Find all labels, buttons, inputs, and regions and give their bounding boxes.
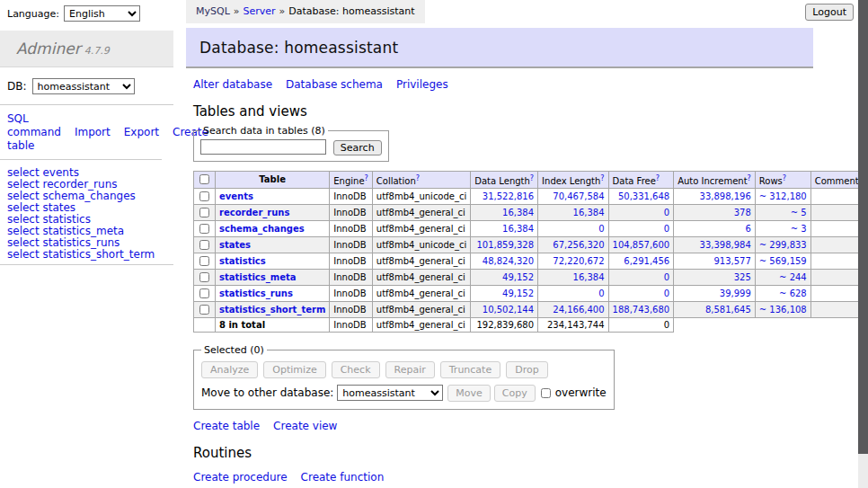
- auto-increment-link[interactable]: 8,581,645: [705, 305, 751, 315]
- index-length-link[interactable]: 67,256,320: [553, 240, 604, 250]
- index-length-link[interactable]: 16,384: [573, 272, 605, 282]
- table-link-events[interactable]: events: [219, 191, 253, 201]
- breadcrumb-server[interactable]: Server: [244, 5, 276, 17]
- link-alter-database[interactable]: Alter database: [193, 78, 272, 91]
- rows-link[interactable]: ~ 312,180: [759, 191, 807, 201]
- rows-link[interactable]: ~ 628: [779, 288, 807, 298]
- auto-increment-link[interactable]: 6: [745, 224, 750, 234]
- data-length-link[interactable]: 48,824,320: [483, 256, 534, 266]
- data-free-link[interactable]: 6,291,456: [624, 256, 669, 266]
- rows-link[interactable]: ~ 3: [791, 224, 807, 234]
- db-action-links: Alter databaseDatabase schemaPrivileges: [193, 78, 813, 91]
- table-link-statistics-meta[interactable]: statistics_meta: [219, 272, 296, 282]
- link-privileges[interactable]: Privileges: [396, 78, 448, 91]
- row-checkbox-events[interactable]: [199, 191, 209, 201]
- link-export[interactable]: Export: [124, 126, 159, 138]
- link-create-procedure[interactable]: Create procedure: [193, 471, 288, 484]
- rows-link[interactable]: ~ 299,833: [759, 240, 807, 250]
- data-free-link[interactable]: 104,857,600: [613, 240, 670, 250]
- data-free-link[interactable]: 0: [664, 224, 669, 234]
- help-link-collation[interactable]: ?: [416, 174, 420, 182]
- move-db-select[interactable]: homeassistant: [337, 385, 443, 401]
- data-length-link[interactable]: 49,152: [502, 288, 534, 298]
- data-length-link[interactable]: 16,384: [502, 208, 534, 217]
- select-all-checkbox[interactable]: [199, 174, 209, 184]
- breadcrumb-mysql[interactable]: MySQL: [196, 5, 230, 17]
- auto-increment-link[interactable]: 33,898,196: [700, 191, 751, 201]
- data-length-link[interactable]: 101,859,328: [476, 240, 534, 250]
- table-link-states[interactable]: states: [219, 240, 251, 250]
- table-link-statistics-runs[interactable]: statistics_runs: [219, 288, 293, 298]
- data-length-link[interactable]: 16,384: [502, 224, 534, 234]
- language-select[interactable]: English: [64, 5, 140, 22]
- table-row-statistics: statisticsInnoDButf8mb4_general_ci48,824…: [194, 253, 867, 269]
- scrollbar-thumb[interactable]: [858, 0, 868, 454]
- index-length-link[interactable]: 0: [598, 288, 604, 298]
- index-length-link[interactable]: 0: [598, 224, 604, 234]
- analyze-button[interactable]: Analyze: [201, 361, 258, 378]
- row-checkbox-statistics[interactable]: [199, 256, 209, 266]
- link-database-schema[interactable]: Database schema: [286, 78, 383, 91]
- help-link-data-length[interactable]: ?: [530, 174, 534, 182]
- index-length-link[interactable]: 70,467,584: [553, 191, 604, 201]
- language-form: Language:English: [0, 0, 173, 26]
- data-length-link[interactable]: 49,152: [502, 272, 534, 282]
- copy-button[interactable]: Copy: [494, 385, 536, 402]
- data-length-link[interactable]: 10,502,144: [483, 305, 534, 315]
- index-length-link[interactable]: 16,384: [573, 208, 605, 217]
- rows-link[interactable]: ~ 5: [791, 208, 807, 217]
- index-length-link[interactable]: 72,220,672: [553, 256, 604, 266]
- table-link-statistics-short-term[interactable]: statistics_short_term: [219, 305, 325, 315]
- db-select[interactable]: homeassistant: [32, 78, 135, 94]
- row-checkbox-recorder-runs[interactable]: [199, 208, 209, 217]
- data-free-link[interactable]: 188,743,680: [613, 305, 670, 315]
- data-free-link[interactable]: 0: [664, 288, 669, 298]
- row-checkbox-schema-changes[interactable]: [199, 224, 209, 234]
- row-checkbox-statistics-runs[interactable]: [199, 288, 209, 298]
- engine-cell: InnoDB: [330, 188, 373, 204]
- search-input[interactable]: [200, 139, 326, 155]
- rows-link[interactable]: ~ 569,159: [759, 256, 807, 266]
- help-link-data-free[interactable]: ?: [656, 174, 660, 182]
- search-button[interactable]: Search: [333, 140, 382, 155]
- app-title: Adminer4.7.9: [0, 31, 173, 67]
- row-checkbox-statistics-short-term[interactable]: [199, 305, 209, 315]
- index-length-cell: 67,256,320: [538, 236, 608, 253]
- auto-increment-link[interactable]: 378: [734, 208, 751, 217]
- data-free-link[interactable]: 0: [664, 272, 669, 282]
- repair-button[interactable]: Repair: [385, 361, 435, 378]
- auto-increment-link[interactable]: 325: [734, 272, 751, 282]
- link-create-function[interactable]: Create function: [301, 471, 385, 484]
- help-link-index-length[interactable]: ?: [600, 174, 604, 182]
- table-link-recorder-runs[interactable]: recorder_runs: [219, 208, 289, 217]
- index-length-link[interactable]: 24,166,400: [553, 305, 604, 315]
- truncate-button[interactable]: Truncate: [440, 361, 500, 378]
- move-button[interactable]: Move: [447, 385, 491, 402]
- rows-cell: ~ 3: [755, 220, 810, 236]
- link-sql-command[interactable]: SQL command: [7, 112, 61, 138]
- help-link-engine[interactable]: ?: [365, 174, 368, 182]
- table-link-statistics[interactable]: statistics: [219, 256, 266, 266]
- auto-increment-link[interactable]: 33,398,984: [700, 240, 751, 250]
- check-button[interactable]: Check: [332, 361, 380, 378]
- optimize-button[interactable]: Optimize: [263, 361, 325, 378]
- link-import[interactable]: Import: [75, 126, 111, 138]
- help-link-auto-increment[interactable]: ?: [748, 174, 751, 182]
- row-checkbox-states[interactable]: [199, 240, 209, 250]
- rows-link[interactable]: ~ 244: [779, 272, 807, 282]
- help-link-rows[interactable]: ?: [783, 174, 786, 182]
- link-select-statistics-short-term[interactable]: select statistics_short_term: [7, 249, 166, 261]
- data-free-link[interactable]: 0: [664, 208, 669, 217]
- rows-link[interactable]: ~ 136,108: [759, 305, 807, 315]
- auto-increment-link[interactable]: 913,577: [713, 256, 750, 266]
- row-checkbox-statistics-meta[interactable]: [199, 272, 209, 282]
- overwrite-checkbox[interactable]: [541, 388, 551, 398]
- data-free-link[interactable]: 50,331,648: [618, 191, 669, 201]
- table-link-schema-changes[interactable]: schema_changes: [219, 224, 305, 234]
- scrollbar[interactable]: [858, 0, 868, 488]
- link-create-table[interactable]: Create table: [193, 420, 260, 432]
- auto-increment-link[interactable]: 39,999: [720, 288, 751, 298]
- link-create-view[interactable]: Create view: [273, 420, 337, 432]
- data-length-link[interactable]: 31,522,816: [483, 191, 534, 201]
- drop-button[interactable]: Drop: [506, 361, 547, 378]
